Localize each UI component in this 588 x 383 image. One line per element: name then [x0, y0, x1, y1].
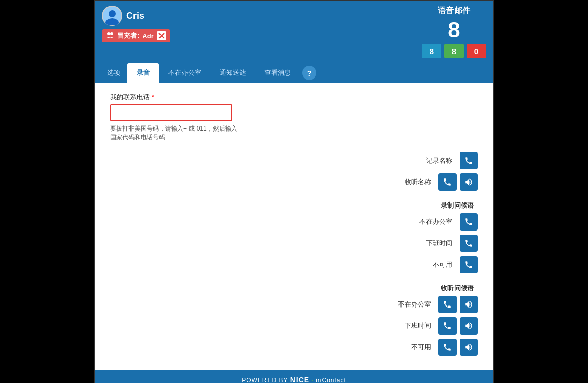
user-name: Cris [126, 11, 144, 21]
record-name-label: 记录名称 [412, 156, 452, 165]
tabs: 选项 录音 不在办公室 通知送达 查看消息 ? [95, 63, 493, 83]
record-off-duty-row: 下班时间 [110, 235, 478, 252]
listen-out-of-office-label: 不在办公室 [390, 300, 431, 309]
header: Cris 冒充者: Adr [95, 1, 493, 63]
impersonate-close-button[interactable] [157, 31, 166, 40]
header-left: Cris 冒充者: Adr [102, 6, 170, 42]
tab-view-messages[interactable]: 查看消息 [255, 63, 300, 83]
listen-unavailable-speaker-button[interactable] [460, 339, 478, 356]
impersonate-badge: 冒充者: Adr [102, 29, 170, 42]
badge-green: 8 [444, 44, 464, 58]
svg-point-1 [109, 10, 116, 17]
content: 我的联系电话 * 要拨打非美国号码，请输入+ 或 011，然后输入国家代码和电话… [95, 83, 493, 370]
impersonate-user: Adr [142, 32, 153, 40]
listen-out-of-office-speaker-button[interactable] [460, 296, 478, 313]
record-name-row: 记录名称 [110, 152, 478, 169]
record-greetings-label: 录制问候语 [433, 201, 474, 210]
listen-off-duty-speaker-button[interactable] [460, 317, 478, 335]
badge-blue: 8 [422, 44, 441, 58]
listen-name-row: 收听名称 [110, 173, 478, 191]
listen-unavailable-row: 不可用 [110, 339, 478, 356]
phone-hint: 要拨打非美国号码，请输入+ 或 011，然后输入国家代码和电话号码 [110, 124, 243, 142]
record-greetings-section: 录制问候语 不在办公室 下班时间 [110, 201, 478, 273]
footer: POWERED BY NICE · inContact [95, 370, 493, 383]
phone-field-label: 我的联系电话 * [110, 93, 478, 102]
footer-dot: · [311, 377, 313, 383]
phone-field-group: 我的联系电话 * 要拨打非美国号码，请输入+ 或 011，然后输入国家代码和电话… [110, 93, 478, 142]
record-out-of-office-button[interactable] [460, 213, 478, 231]
tab-recording[interactable]: 录音 [127, 63, 159, 83]
listen-out-of-office-row: 不在办公室 [110, 296, 478, 313]
header-user: Cris [102, 6, 170, 26]
header-right: 语音邮件 8 8 8 0 [422, 6, 486, 58]
listen-unavailable-phone-button[interactable] [438, 339, 457, 356]
record-name-section: 记录名称 收听名称 [110, 152, 478, 191]
impersonate-label: 冒充者: [117, 31, 139, 40]
tab-option[interactable]: 选项 [100, 63, 127, 83]
badge-red: 0 [467, 44, 486, 58]
app-container: Cris 冒充者: Adr [94, 0, 494, 383]
listen-name-phone-button[interactable] [438, 173, 457, 191]
record-name-phone-button[interactable] [460, 152, 478, 169]
voicemail-count: 8 [448, 19, 460, 41]
svg-point-4 [110, 32, 113, 35]
record-greetings-header-row: 录制问候语 [110, 201, 478, 210]
help-button[interactable]: ? [302, 66, 316, 80]
listen-off-duty-phone-button[interactable] [438, 317, 457, 335]
svg-point-3 [107, 32, 110, 35]
listen-unavailable-label: 不可用 [390, 343, 431, 352]
phone-input[interactable] [110, 104, 232, 121]
voicemail-title: 语音邮件 [438, 6, 470, 16]
record-out-of-office-row: 不在办公室 [110, 213, 478, 231]
footer-brand: NICE [290, 376, 309, 383]
listen-greetings-label: 收听问候语 [433, 284, 474, 293]
record-unavailable-button[interactable] [460, 256, 478, 273]
listen-off-duty-label: 下班时间 [390, 321, 431, 330]
badge-row: 8 8 0 [422, 44, 486, 58]
footer-powered-by: POWERED BY NICE · inContact [242, 377, 346, 383]
listen-greetings-section: 收听问候语 不在办公室 下班时间 [110, 284, 478, 356]
listen-off-duty-row: 下班时间 [110, 317, 478, 335]
impersonate-icon [106, 32, 114, 40]
record-out-of-office-label: 不在办公室 [412, 217, 452, 226]
listen-name-label: 收听名称 [390, 177, 431, 187]
tab-out-of-office[interactable]: 不在办公室 [159, 63, 210, 83]
listen-out-of-office-phone-button[interactable] [438, 296, 457, 313]
required-mark: * [152, 93, 154, 101]
record-off-duty-button[interactable] [460, 235, 478, 252]
record-off-duty-label: 下班时间 [412, 239, 452, 248]
listen-greetings-header-row: 收听问候语 [110, 284, 478, 293]
listen-name-speaker-button[interactable] [460, 173, 478, 191]
record-unavailable-label: 不可用 [412, 260, 452, 269]
record-unavailable-row: 不可用 [110, 256, 478, 273]
avatar [102, 6, 122, 26]
tab-notify[interactable]: 通知送达 [210, 63, 255, 83]
